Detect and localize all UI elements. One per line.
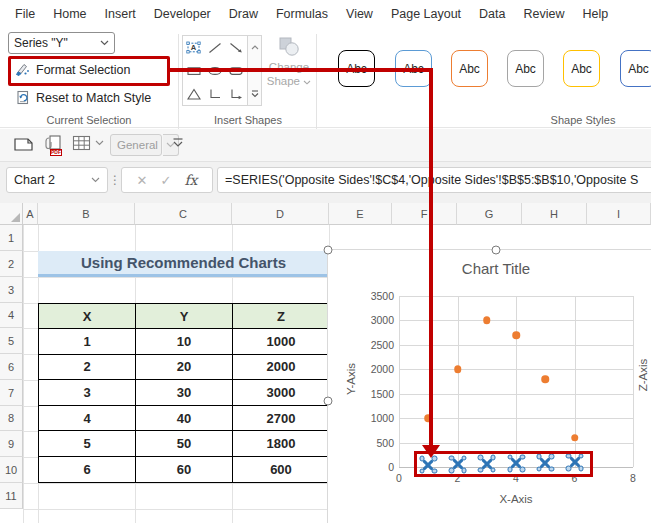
- data-point-z[interactable]: [571, 434, 579, 442]
- chevron-down-icon: [303, 80, 311, 85]
- quick-access-toolbar: PDF General: [0, 129, 651, 162]
- row-header-8[interactable]: 8: [0, 406, 23, 431]
- chart-resize-handle[interactable]: [492, 246, 501, 255]
- tab-insert[interactable]: Insert: [96, 7, 145, 21]
- shape-style-6[interactable]: Abc: [620, 50, 651, 87]
- tab-developer[interactable]: Developer: [145, 7, 220, 21]
- row-header-7[interactable]: 7: [0, 380, 23, 406]
- insert-function-icon[interactable]: fx: [184, 172, 197, 188]
- column-header-F[interactable]: F: [392, 203, 457, 225]
- data-table[interactable]: X Y Z 1 10 1000 2 20 2000 3 30 3000 4 40: [38, 303, 330, 483]
- row-header-11[interactable]: 11: [0, 483, 23, 509]
- page-orientation-icon: [13, 134, 35, 154]
- row-header-10[interactable]: 10: [0, 457, 23, 483]
- gallery-scroll-up-icon[interactable]: [248, 36, 261, 59]
- tab-page-layout[interactable]: Page Layout: [382, 7, 470, 21]
- reset-to-match-style-button[interactable]: Reset to Match Style: [13, 89, 151, 106]
- table-format-button[interactable]: [72, 134, 104, 152]
- column-header-C[interactable]: C: [135, 203, 232, 225]
- cell[interactable]: 20: [136, 354, 233, 380]
- cancel-icon[interactable]: ✕: [137, 173, 148, 188]
- cell[interactable]: 40: [136, 405, 233, 431]
- chart-element-dropdown[interactable]: Series "Y": [8, 32, 115, 54]
- column-header-D[interactable]: D: [232, 203, 329, 225]
- row-header-5[interactable]: 5: [0, 328, 23, 354]
- column-header-B[interactable]: B: [38, 203, 135, 225]
- row-header-6[interactable]: 6: [0, 354, 23, 380]
- cell[interactable]: 2700: [233, 405, 330, 431]
- cell[interactable]: 60: [136, 456, 233, 482]
- column-header-H[interactable]: H: [522, 203, 587, 225]
- cell[interactable]: 30: [136, 380, 233, 406]
- cell[interactable]: 1800: [233, 431, 330, 457]
- arrow-shape-icon[interactable]: [228, 41, 244, 55]
- tab-review[interactable]: Review: [515, 7, 574, 21]
- name-box[interactable]: Chart 2: [6, 167, 108, 193]
- z-axis-title[interactable]: Z-Axis: [637, 345, 651, 405]
- gallery-more-icon[interactable]: [248, 82, 261, 105]
- cell[interactable]: 3: [39, 380, 136, 406]
- tab-draw[interactable]: Draw: [220, 7, 267, 21]
- page-orientation-button[interactable]: [13, 134, 35, 154]
- cell[interactable]: 3000: [233, 380, 330, 406]
- column-header-I[interactable]: I: [587, 203, 651, 225]
- cell[interactable]: 50: [136, 431, 233, 457]
- cell[interactable]: 1: [39, 329, 136, 355]
- chart-resize-handle[interactable]: [324, 246, 333, 255]
- shape-style-label: Abc: [459, 62, 480, 76]
- sheet-gridline: [23, 225, 24, 523]
- chevron-down-icon: [100, 40, 109, 46]
- select-all-corner[interactable]: [0, 203, 23, 225]
- scatter-chart[interactable]: Chart Title 0246805001000150020002500300…: [327, 249, 651, 523]
- tab-data[interactable]: Data: [470, 7, 514, 21]
- collapse-ribbon-button[interactable]: [172, 138, 184, 148]
- chart-gridline: [399, 320, 633, 321]
- tab-file[interactable]: File: [6, 7, 44, 21]
- cell[interactable]: 2: [39, 354, 136, 380]
- column-header-E[interactable]: E: [329, 203, 392, 225]
- y-axis-title[interactable]: Y-Axis: [345, 349, 359, 409]
- cell[interactable]: 1000: [233, 329, 330, 355]
- chart-gridline: [399, 418, 633, 419]
- table-header-y[interactable]: Y: [136, 304, 233, 329]
- data-point-z[interactable]: [512, 331, 520, 339]
- data-point-z[interactable]: [483, 317, 491, 325]
- elbow-arrow-connector-icon[interactable]: [228, 87, 244, 101]
- cell[interactable]: 10: [136, 329, 233, 355]
- shape-style-4[interactable]: Abc: [507, 50, 544, 87]
- row-header-1[interactable]: 1: [0, 225, 23, 251]
- table-header-x[interactable]: X: [39, 304, 136, 329]
- row-header-2[interactable]: 2: [0, 251, 23, 277]
- enter-icon[interactable]: ✓: [160, 173, 171, 188]
- row-header-4[interactable]: 4: [0, 303, 23, 328]
- elbow-connector-icon[interactable]: [207, 87, 223, 101]
- tab-home[interactable]: Home: [44, 7, 95, 21]
- attach-pdf-button[interactable]: PDF: [43, 134, 65, 156]
- tab-view[interactable]: View: [337, 7, 382, 21]
- row-header-3[interactable]: 3: [0, 277, 23, 303]
- tab-help[interactable]: Help: [574, 7, 618, 21]
- change-shape-button[interactable]: Change Shape: [264, 34, 314, 112]
- line-shape-icon[interactable]: [207, 41, 223, 55]
- sheet-title-cell[interactable]: Using Recommended Charts: [38, 251, 329, 277]
- formula-input[interactable]: =SERIES('Opposite Sides'!$C$4,'Opposite …: [217, 167, 651, 193]
- table-header-z[interactable]: Z: [233, 304, 330, 329]
- data-point-z[interactable]: [542, 375, 550, 383]
- row-header-9[interactable]: 9: [0, 431, 23, 457]
- text-box-shape-icon[interactable]: A: [185, 40, 202, 55]
- data-point-z[interactable]: [454, 366, 462, 374]
- chevron-down-icon[interactable]: [91, 177, 100, 183]
- chart-resize-handle[interactable]: [324, 397, 333, 406]
- shape-style-3[interactable]: Abc: [451, 50, 488, 87]
- cell[interactable]: 6: [39, 456, 136, 482]
- column-header-A[interactable]: A: [23, 203, 38, 225]
- cell[interactable]: 600: [233, 456, 330, 482]
- column-header-G[interactable]: G: [457, 203, 522, 225]
- triangle-shape-icon[interactable]: [186, 87, 202, 101]
- shape-style-5[interactable]: Abc: [563, 50, 600, 87]
- cell[interactable]: 5: [39, 431, 136, 457]
- x-axis-title[interactable]: X-Axis: [399, 493, 633, 507]
- cell[interactable]: 2000: [233, 354, 330, 380]
- tab-formulas[interactable]: Formulas: [267, 7, 337, 21]
- cell[interactable]: 4: [39, 405, 136, 431]
